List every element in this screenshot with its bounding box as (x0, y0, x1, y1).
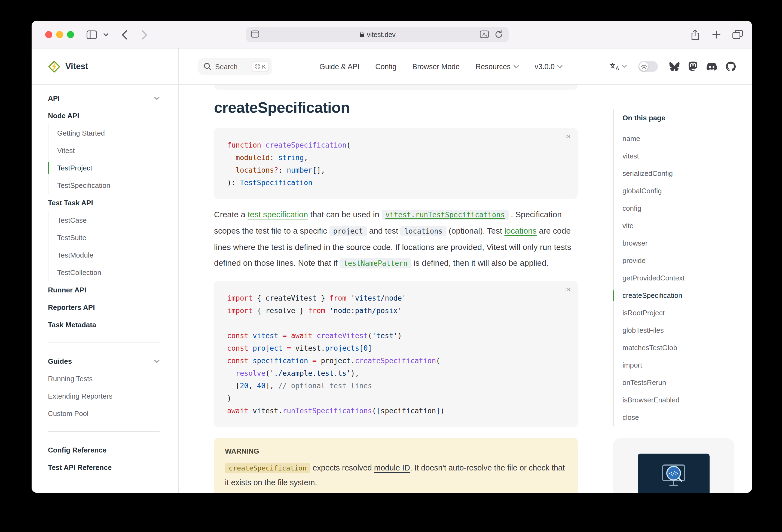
sidebar-item-runner-api[interactable]: Runner API (48, 281, 159, 298)
sidebar-section-guides[interactable]: Guides (48, 352, 159, 370)
code-token: { createVitest } (253, 294, 329, 302)
toc-item-serializedconfig[interactable]: serializedConfig (614, 165, 735, 182)
code-line: ) (227, 392, 565, 404)
translate-button[interactable]: A (480, 31, 489, 38)
sidebar-divider (48, 431, 159, 432)
code-token: ( (436, 357, 440, 365)
inline-code-link[interactable]: vitest.runTestSpecifications (382, 210, 508, 220)
language-button[interactable]: A (610, 62, 627, 71)
content-link[interactable]: locations (504, 226, 536, 235)
sidebar-item-testcollection[interactable]: TestCollection (57, 263, 159, 281)
bluesky-link[interactable] (669, 62, 680, 71)
nav-link-guide-api[interactable]: Guide & API (319, 62, 359, 71)
minimize-window-button[interactable] (56, 31, 63, 38)
sidebar-item-extending-reporters[interactable]: Extending Reporters (48, 387, 159, 404)
sidebar-item-running-tests[interactable]: Running Tests (48, 370, 159, 387)
nav-link-version[interactable]: v3.0.0 (534, 62, 563, 71)
code-token (287, 331, 291, 340)
sidebar-divider (48, 343, 159, 343)
bluesky-icon (669, 62, 680, 71)
toc-item-import[interactable]: import (614, 357, 735, 374)
content-link[interactable]: module ID (374, 463, 410, 472)
content-link[interactable]: test specification (248, 210, 308, 219)
sidebar-toggle-button[interactable] (84, 21, 99, 48)
toc-item-getprovidedcontext[interactable]: getProvidedContext (614, 270, 735, 287)
back-button[interactable] (118, 21, 131, 48)
toc-item-globalconfig[interactable]: globalConfig (614, 182, 735, 200)
brand-name[interactable]: Vitest (65, 62, 88, 71)
nav-link-browser-mode[interactable]: Browser Mode (412, 62, 460, 71)
toc-item-vitest[interactable]: vitest (614, 148, 735, 165)
url-bar[interactable]: vitest.dev A (246, 27, 509, 42)
code-token: TestSpecification (240, 179, 312, 187)
zoom-window-button[interactable] (67, 31, 74, 38)
sidebar-item-testsuite[interactable]: TestSuite (57, 229, 159, 246)
toc-item-provide[interactable]: provide (614, 252, 735, 270)
discord-link[interactable] (706, 62, 717, 71)
nav-link-config[interactable]: Config (375, 62, 396, 71)
sidebar-item-testcase[interactable]: TestCase (57, 211, 159, 229)
sidebar-item-label: Extending Reporters (48, 392, 112, 400)
sidebar-item-custom-pool[interactable]: Custom Pool (48, 404, 159, 422)
sidebar-item-getting-started[interactable]: Getting Started (57, 124, 159, 142)
sidebar-item-node-api[interactable]: Node API (48, 107, 159, 124)
sidebar-item-task-metadata[interactable]: Task Metadata (48, 316, 159, 333)
chevron-down-icon (557, 65, 563, 68)
mastodon-link[interactable] (688, 62, 698, 71)
toc: On this page name vitest serializedConfi… (613, 109, 735, 426)
toc-item-isrootproject[interactable]: isRootProject (614, 305, 735, 322)
toc-item-close[interactable]: close (614, 409, 735, 426)
code-line (227, 317, 565, 329)
toc-item-globtestfiles[interactable]: globTestFiles (614, 322, 735, 339)
new-tab-button[interactable] (710, 21, 723, 48)
on-this-page: On this page name vitest serializedConfi… (613, 109, 735, 426)
toc-item-vite[interactable]: vite (614, 217, 735, 235)
toc-item-matchestestglob[interactable]: matchesTestGlob (614, 339, 735, 357)
sidebar-item-vitest[interactable]: Vitest (57, 142, 159, 159)
search-icon (204, 63, 211, 70)
sidebar-item-label: Test API Reference (48, 463, 112, 471)
nav-link-resources[interactable]: Resources (475, 62, 519, 71)
sidebar-item-reporters-api[interactable]: Reporters API (48, 298, 159, 316)
toc-item-name[interactable]: name (614, 130, 735, 148)
sidebar-item-testproject[interactable]: TestProject (57, 159, 159, 176)
share-button[interactable] (688, 21, 701, 48)
page-settings-icon[interactable] (251, 31, 259, 38)
code-token: [ (227, 382, 240, 390)
code-line: await vitest.runTestSpecifications([spec… (227, 404, 565, 417)
sun-icon (641, 64, 647, 69)
toc-item-config[interactable]: config (614, 200, 735, 217)
code-token: await (227, 407, 248, 415)
sidebar-item-config-reference[interactable]: Config Reference (48, 441, 159, 459)
toc-item-ontestsrerun[interactable]: onTestsRerun (614, 374, 735, 391)
nav-link-label: Browser Mode (412, 62, 460, 71)
search-button[interactable]: Search ⌘ K (198, 58, 272, 75)
close-window-button[interactable] (45, 31, 52, 38)
toc-item-createspecification[interactable]: createSpecification (614, 287, 735, 305)
code-token: : (270, 153, 278, 162)
sidebar-item-test-api-reference[interactable]: Test API Reference (48, 459, 159, 476)
code-text: function createSpecification( moduleId: … (227, 139, 565, 189)
titlebar: vitest.dev A (32, 21, 752, 48)
toc-item-browser[interactable]: browser (614, 235, 735, 252)
toc-item-isbrowserenabled[interactable]: isBrowserEnabled (614, 391, 735, 409)
sponsor-card[interactable]: </> (613, 438, 734, 493)
forward-button[interactable] (138, 21, 151, 48)
reload-button[interactable] (494, 30, 503, 39)
reload-icon (494, 30, 503, 39)
github-link[interactable] (726, 62, 736, 71)
tabs-icon (732, 30, 743, 39)
tab-group-chevron-button[interactable] (101, 21, 110, 48)
sidebar-item-test-task-api[interactable]: Test Task API (48, 194, 159, 211)
tab-overview-button[interactable] (730, 21, 744, 48)
code-token: : (278, 166, 287, 174)
sidebar-item-testmodule[interactable]: TestModule (57, 246, 159, 263)
translate-icon: A (480, 31, 489, 38)
theme-toggle[interactable] (638, 61, 658, 72)
mastodon-icon (688, 62, 698, 71)
chevron-down-icon (513, 65, 519, 68)
sidebar-section-api[interactable]: API (48, 89, 159, 107)
inline-code-link[interactable]: testNamePattern (340, 258, 412, 269)
sidebar-item-testspecification[interactable]: TestSpecification (57, 176, 159, 194)
code-line: import { resolve } from 'node:path/posix… (227, 305, 565, 317)
